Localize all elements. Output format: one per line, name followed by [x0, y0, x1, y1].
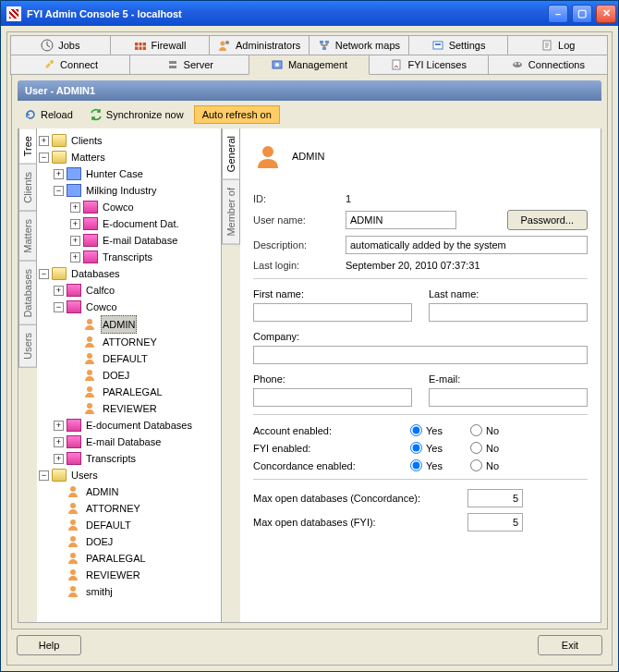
- tree-trans-db[interactable]: +Transcripts: [37, 450, 221, 467]
- row-concordance-enabled: Concordance enabled:YesNo: [253, 459, 588, 471]
- row-description: Description:: [253, 236, 588, 254]
- fyi-no[interactable]: No: [470, 442, 499, 454]
- tree-user-default[interactable]: DEFAULT: [37, 350, 221, 367]
- reload-button[interactable]: Reload: [18, 104, 79, 125]
- expand-icon[interactable]: +: [39, 136, 49, 146]
- folder-icon: [52, 267, 67, 280]
- tree-user-reviewer[interactable]: REVIEWER: [37, 400, 221, 417]
- tree-email-m[interactable]: +E-mail Database: [37, 232, 221, 249]
- svg-point-31: [70, 586, 76, 592]
- tree-scroll[interactable]: +Clients −Matters +Hunter Case −Milking …: [37, 128, 221, 622]
- tree-u-reviewer[interactable]: REVIEWER: [37, 567, 221, 583]
- max-fyi-input[interactable]: [467, 513, 523, 531]
- tree-email-db[interactable]: +E-mail Database: [37, 434, 221, 450]
- minimize-button[interactable]: –: [548, 5, 568, 23]
- tree-milking[interactable]: −Milking Industry: [37, 182, 221, 199]
- tab-jobs[interactable]: Jobs: [10, 35, 111, 55]
- tree-databases[interactable]: −Databases: [37, 265, 221, 282]
- user-icon: [67, 502, 81, 515]
- sync-button[interactable]: Synchronize now: [83, 104, 190, 125]
- description-input[interactable]: [346, 236, 588, 254]
- tab-server[interactable]: Server: [129, 55, 249, 75]
- tree-u-default[interactable]: DEFAULT: [37, 517, 221, 533]
- svg-point-18: [518, 63, 520, 65]
- exit-button[interactable]: Exit: [538, 635, 602, 655]
- expand-icon[interactable]: +: [70, 236, 80, 246]
- close-button[interactable]: ✕: [596, 5, 616, 23]
- vtab-databases[interactable]: Databases: [18, 261, 37, 326]
- vtab-matters[interactable]: Matters: [18, 211, 37, 262]
- tab-log[interactable]: Log: [507, 35, 608, 55]
- tree-edoc-m[interactable]: +E-document Dat.: [37, 215, 221, 232]
- form-pane[interactable]: ADMIN ID:1 User name: Password... Descri…: [240, 128, 601, 622]
- concordance-no[interactable]: No: [470, 459, 499, 471]
- tree-user-attorney[interactable]: ATTORNEY: [37, 334, 221, 350]
- account-no[interactable]: No: [470, 424, 499, 436]
- tree-user-paralegal[interactable]: PARALEGAL: [37, 384, 221, 400]
- expand-icon[interactable]: +: [70, 219, 80, 229]
- phone-input[interactable]: [253, 388, 412, 407]
- tab-connections[interactable]: Connections: [488, 55, 608, 75]
- window-title: FYI Admin Console 5 - localhost: [27, 8, 182, 19]
- tree-users[interactable]: −Users: [37, 467, 221, 483]
- tree-calfco[interactable]: +Calfco: [37, 282, 221, 299]
- collapse-icon[interactable]: −: [39, 153, 49, 163]
- email-input[interactable]: [429, 388, 588, 407]
- tab-settings[interactable]: Settings: [408, 35, 509, 55]
- tab-administrators[interactable]: Administrators: [209, 35, 310, 55]
- tree-cowco-m[interactable]: +Cowco: [37, 199, 221, 215]
- tab-row-2: Connect Server Management FYI Licenses C…: [11, 55, 608, 75]
- tab-fyi-licenses[interactable]: FYI Licenses: [369, 55, 489, 75]
- expand-icon[interactable]: +: [54, 421, 64, 431]
- vtab-general[interactable]: General: [222, 128, 240, 180]
- user-heading: ADMIN: [253, 134, 588, 188]
- tree-hunter[interactable]: +Hunter Case: [37, 165, 221, 182]
- password-button[interactable]: Password...: [507, 210, 588, 230]
- expand-icon[interactable]: +: [70, 202, 80, 213]
- firstname-input[interactable]: [253, 303, 412, 322]
- vtab-clients[interactable]: Clients: [18, 164, 37, 212]
- help-button[interactable]: Help: [17, 635, 81, 655]
- tree-u-smithj[interactable]: smithj: [37, 583, 221, 600]
- expand-icon[interactable]: +: [54, 286, 64, 296]
- tab-network-maps[interactable]: Network maps: [309, 35, 409, 55]
- tab-management[interactable]: Management: [249, 55, 369, 75]
- lastname-input[interactable]: [429, 303, 588, 322]
- tree-edocs-db[interactable]: +E-document Databases: [37, 417, 221, 434]
- row-max-concordance: Max open databases (Concordance):: [253, 489, 588, 507]
- expand-icon[interactable]: +: [54, 454, 64, 464]
- maximize-button[interactable]: ▢: [572, 5, 592, 23]
- collapse-icon[interactable]: −: [54, 186, 64, 196]
- tree-matters[interactable]: −Matters: [37, 149, 221, 165]
- tree-user-doej[interactable]: DOEJ: [37, 367, 221, 384]
- expand-icon[interactable]: +: [54, 169, 64, 179]
- vtab-users[interactable]: Users: [18, 324, 37, 368]
- tree-u-doej[interactable]: DOEJ: [37, 533, 221, 550]
- tree-u-paralegal[interactable]: PARALEGAL: [37, 550, 221, 567]
- vtab-memberof[interactable]: Member of: [222, 179, 240, 245]
- vtab-tree[interactable]: Tree: [18, 128, 37, 165]
- svg-rect-8: [435, 43, 441, 45]
- tree-clients[interactable]: +Clients: [37, 132, 221, 149]
- concordance-yes[interactable]: Yes: [410, 459, 443, 471]
- tab-firewall[interactable]: Firewall: [110, 35, 211, 55]
- max-concordance-input[interactable]: [467, 489, 523, 507]
- tab-connect[interactable]: Connect: [10, 55, 130, 75]
- tree-u-admin[interactable]: ADMIN: [37, 483, 221, 500]
- tree-cowco-db[interactable]: −Cowco: [37, 299, 221, 315]
- username-input[interactable]: [346, 211, 456, 229]
- expand-icon[interactable]: +: [54, 437, 64, 447]
- tree-trans-m[interactable]: +Transcripts: [37, 249, 221, 265]
- tree-user-admin[interactable]: ADMIN: [37, 315, 221, 334]
- svg-rect-6: [322, 47, 326, 50]
- auto-refresh-toggle[interactable]: Auto refresh on: [194, 105, 280, 124]
- license-icon: [390, 58, 403, 71]
- collapse-icon[interactable]: −: [39, 470, 49, 481]
- collapse-icon[interactable]: −: [39, 269, 49, 279]
- collapse-icon[interactable]: −: [54, 302, 64, 312]
- tree-u-attorney[interactable]: ATTORNEY: [37, 500, 221, 517]
- account-yes[interactable]: Yes: [410, 424, 443, 436]
- fyi-yes[interactable]: Yes: [410, 442, 443, 454]
- company-input[interactable]: [253, 346, 588, 364]
- expand-icon[interactable]: +: [70, 252, 80, 263]
